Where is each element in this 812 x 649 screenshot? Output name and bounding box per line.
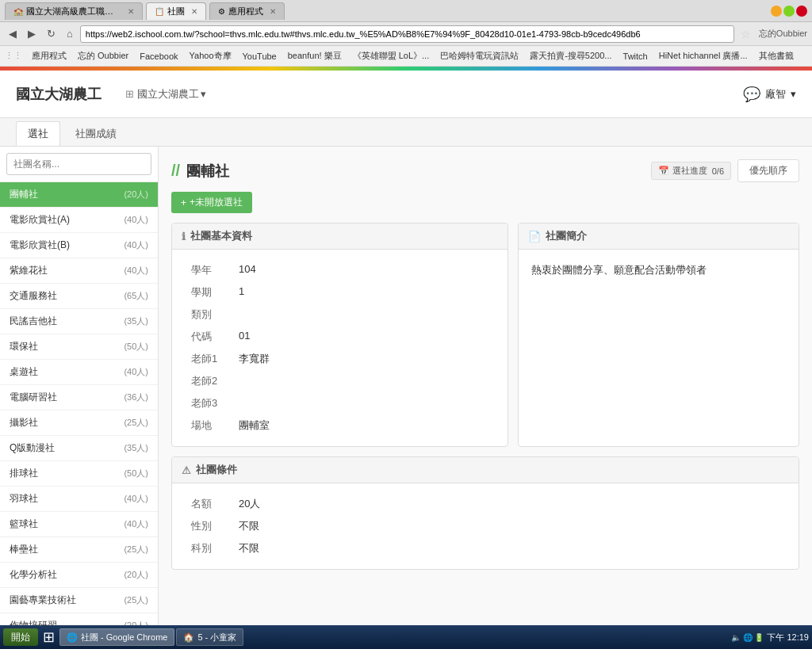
club-item[interactable]: 電影欣賞社(B)(40人) [0,233,158,258]
club-count: (40人) [124,493,148,505]
breadcrumb-link[interactable]: 國立大湖農工 [137,87,199,101]
bookmark-bahamut[interactable]: 巴哈姆特電玩資訊站 [435,48,523,63]
club-count: (35人) [124,442,148,454]
field-label: 類別 [185,304,232,326]
breadcrumb-dropdown-icon[interactable]: ▾ [201,88,206,100]
address-bar[interactable] [80,25,734,43]
bookmarks-bar: ⋮⋮ 應用程式 忘的 Oubbier Facebook Yahoo奇摩 YouT… [0,46,812,67]
club-item[interactable]: 紫維花社(40人) [0,258,158,284]
bookmark-facebook[interactable]: Facebook [135,50,182,63]
club-item[interactable]: 園藝專業技術社(25人) [0,588,158,613]
field-label: 代碼 [185,326,232,348]
club-name: 園藝專業技術社 [10,594,76,607]
field-value [232,392,495,414]
bookmark-youtube[interactable]: YouTube [238,50,282,63]
club-item[interactable]: 化學分析社(20人) [0,563,158,588]
content-header: // 團輔社 📅 選社進度 0/6 優先順序 [171,159,799,182]
club-item[interactable]: 桌遊社(40人) [0,360,158,385]
intro-text: 熱衷於團體分享、願意配合活動帶領者 [531,259,786,282]
club-count: (40人) [124,214,148,226]
club-item[interactable]: 電腦研習社(36人) [0,385,158,410]
basic-info-title: 社團基本資料 [190,229,252,243]
bookmark-hinet[interactable]: HiNet hichannel 廣播... [654,48,753,63]
search-input[interactable] [6,153,151,175]
join-club-button[interactable]: + +未開放選社 [171,192,252,213]
club-item[interactable]: 攝影社(25人) [0,410,158,436]
bookmark-star[interactable]: ☆ [741,28,751,40]
tab-club-results[interactable]: 社團成績 [63,121,128,146]
tab-school-close[interactable]: ✕ [128,7,134,16]
bookmark-oubbier[interactable]: 忘的 Oubbier [73,48,133,63]
tab-school[interactable]: 🏫 國立大湖高級農工職業學校 ✕ [5,2,143,20]
club-item[interactable]: 排球社(50人) [0,461,158,487]
bookmark-apps[interactable]: 應用程式 [27,48,71,63]
maximize-btn[interactable] [783,6,795,17]
tab-social-close[interactable]: ✕ [191,7,197,16]
select-quota-badge: 📅 選社進度 0/6 [651,162,731,180]
club-item[interactable]: 電影欣賞社(A)(40人) [0,208,158,233]
club-item[interactable]: 民謠吉他社(35人) [0,309,158,334]
club-count: (36人) [124,391,148,403]
refresh-button[interactable]: ↻ [43,26,59,41]
club-item[interactable]: 團輔社(20人) [0,182,158,208]
conditions-body: 名額20人性別不限科別不限 [172,483,799,569]
club-name: 棒壘社 [10,543,38,556]
taskbar-chrome-label: 社團 - Google Chrome [81,632,167,642]
tab-apps[interactable]: ⚙ 應用程式 ✕ [209,2,285,20]
table-row: 老師3 [185,392,495,414]
basic-info-table: 學年104學期1類別代碼01老師1李寬群老師2老師3場地團輔室 [185,259,495,437]
user-dropdown-icon[interactable]: ▾ [791,88,796,100]
basic-info-header: ℹ 社團基本資料 [172,223,508,250]
table-row: 類別 [185,304,495,326]
minimize-btn[interactable] [771,6,782,17]
tab-school-label: 國立大湖高級農工職業學校 [26,6,121,17]
field-value: 1 [232,281,495,304]
club-item[interactable]: 棒壘社(25人) [0,537,158,563]
club-name: 作物培研習 [10,619,57,625]
bookmark-others[interactable]: 其他書籤 [754,48,799,63]
club-item[interactable]: 羽球社(40人) [0,487,158,512]
field-value: 01 [232,326,495,348]
back-button[interactable]: ◀ [5,26,21,41]
chat-icon: 💬 [743,86,760,103]
table-row: 老師2 [185,370,495,392]
club-name: 籃球社 [10,517,38,531]
club-name: 交通服務社 [10,289,57,303]
tab-apps-close[interactable]: ✕ [270,7,276,16]
tab-select-club[interactable]: 選社 [16,121,60,146]
club-count: (20人) [124,569,148,581]
forward-button[interactable]: ▶ [24,26,40,41]
club-name: 電影欣賞社(B) [10,239,70,252]
club-item[interactable]: Q版動漫社(35人) [0,436,158,461]
select-quota-label: 選社進度 [672,165,707,177]
tab-school-favicon: 🏫 [13,7,23,16]
start-button[interactable]: 開始 [3,628,38,641]
table-row: 場地團輔室 [185,414,495,437]
club-count: (65人) [124,290,148,302]
tab-social[interactable]: 📋 社團 ✕ [146,2,206,20]
taskbar-chrome[interactable]: 🌐 社團 - Google Chrome [59,628,174,641]
bookmark-ruten[interactable]: 露天拍賣-搜尋5200... [525,48,616,63]
bookmark-beanfun[interactable]: beanfun! 樂豆 [283,48,347,63]
bookmark-twitch[interactable]: Twitch [619,50,653,63]
taskbar-xiaotong[interactable]: 🏠 5 - 小童家 [176,628,243,641]
priority-button[interactable]: 優先順序 [737,159,799,182]
taskbar-time: 下午 12:19 [767,632,809,642]
table-row: 學期1 [185,281,495,304]
conditions-title: 社團條件 [196,463,237,477]
club-item[interactable]: 環保社(50人) [0,334,158,360]
table-row: 名額20人 [185,493,786,515]
table-row: 性別不限 [185,515,786,537]
sub-nav: 選社 社團成績 [0,118,812,147]
club-list: 團輔社(20人)電影欣賞社(A)(40人)電影欣賞社(B)(40人)紫維花社(4… [0,182,158,625]
field-value: 104 [232,259,495,281]
club-item[interactable]: 交通服務社(65人) [0,284,158,309]
bookmark-yahoo[interactable]: Yahoo奇摩 [185,48,236,63]
bookmark-lol[interactable]: 《英雄聯盟 LoL》... [348,48,435,63]
club-item[interactable]: 籃球社(40人) [0,512,158,537]
browser-user: 忘的Oubbier [759,28,807,40]
conditions-card: ⚠ 社團條件 名額20人性別不限科別不限 [171,456,799,570]
club-item[interactable]: 作物培研習(20人) [0,613,158,625]
home-button[interactable]: ⌂ [63,26,77,41]
close-btn[interactable] [796,6,807,17]
